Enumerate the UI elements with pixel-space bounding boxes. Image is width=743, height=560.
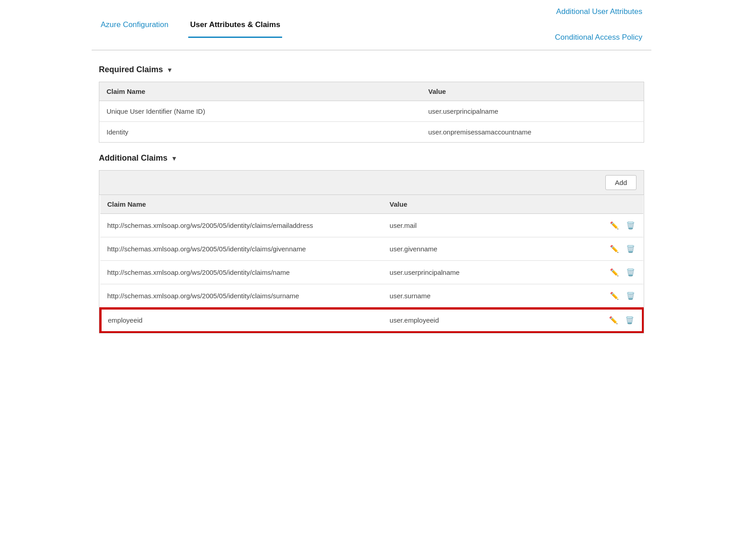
- main-content: Required Claims ▼ Claim Name Value Uniqu…: [92, 51, 651, 342]
- additional-claims-chevron: ▼: [171, 155, 177, 162]
- tab-user-attributes[interactable]: User Attributes & Claims: [188, 13, 282, 38]
- link-additional-user-attributes[interactable]: Additional User Attributes: [554, 0, 644, 25]
- additional-claims-table: Claim Name Value http://schemas.xmlsoap.…: [99, 195, 644, 333]
- table-row: http://schemas.xmlsoap.org/ws/2005/05/id…: [100, 214, 643, 237]
- claim-name: Unique User Identifier (Name ID): [99, 101, 421, 122]
- claim-name: http://schemas.xmlsoap.org/ws/2005/05/id…: [100, 237, 383, 261]
- additional-claims-wrapper: Add Claim Name Value http://schemas.xmls…: [99, 170, 644, 333]
- claim-value: user.givenname: [382, 237, 578, 261]
- claim-name: http://schemas.xmlsoap.org/ws/2005/05/id…: [100, 261, 383, 284]
- additional-claims-label: Additional Claims: [99, 153, 167, 163]
- claim-actions: ✏️ 🗑️: [578, 237, 643, 261]
- edit-button[interactable]: ✏️: [609, 267, 620, 278]
- claim-value: user.mail: [382, 214, 578, 237]
- required-claims-table: Claim Name Value Unique User Identifier …: [99, 82, 644, 143]
- delete-button[interactable]: 🗑️: [625, 267, 636, 278]
- required-col-name: Claim Name: [99, 82, 421, 101]
- edit-button[interactable]: ✏️: [609, 291, 620, 301]
- nav-tabs: Azure Configuration User Attributes & Cl…: [92, 0, 651, 51]
- claim-name: employeeid: [100, 308, 383, 333]
- claim-name: Identity: [99, 122, 421, 143]
- tab-azure-config[interactable]: Azure Configuration: [99, 13, 170, 38]
- claim-actions: ✏️ 🗑️: [578, 261, 643, 284]
- edit-button[interactable]: ✏️: [608, 315, 619, 325]
- claim-value: user.userprincipalname: [382, 261, 578, 284]
- claim-name: http://schemas.xmlsoap.org/ws/2005/05/id…: [100, 284, 383, 308]
- claim-value: user.userprincipalname: [421, 101, 644, 122]
- additional-col-name: Claim Name: [100, 195, 383, 214]
- delete-button[interactable]: 🗑️: [625, 220, 636, 231]
- table-row: http://schemas.xmlsoap.org/ws/2005/05/id…: [100, 237, 643, 261]
- required-col-value: Value: [421, 82, 644, 101]
- additional-claims-header[interactable]: Additional Claims ▼: [99, 153, 644, 163]
- required-claims-header[interactable]: Required Claims ▼: [99, 65, 644, 74]
- claim-actions: ✏️ 🗑️: [578, 308, 643, 333]
- claim-actions: ✏️ 🗑️: [578, 214, 643, 237]
- delete-button[interactable]: 🗑️: [625, 291, 636, 301]
- claim-value: user.employeeid: [382, 308, 578, 333]
- link-conditional-access-policy[interactable]: Conditional Access Policy: [553, 26, 644, 51]
- table-row: employeeid user.employeeid ✏️ 🗑️: [100, 308, 643, 333]
- edit-button[interactable]: ✏️: [609, 220, 620, 231]
- table-row: Unique User Identifier (Name ID) user.us…: [99, 101, 644, 122]
- delete-button[interactable]: 🗑️: [624, 315, 635, 325]
- claim-name: http://schemas.xmlsoap.org/ws/2005/05/id…: [100, 214, 383, 237]
- additional-col-actions: [578, 195, 643, 214]
- page-container: Azure Configuration User Attributes & Cl…: [92, 0, 651, 342]
- delete-button[interactable]: 🗑️: [625, 244, 636, 254]
- required-claims-chevron: ▼: [167, 66, 173, 74]
- required-claims-header-row: Claim Name Value: [99, 82, 644, 101]
- claim-value: user.onpremisessamaccountname: [421, 122, 644, 143]
- nav-right-links: Additional User Attributes Conditional A…: [553, 0, 644, 50]
- table-row: http://schemas.xmlsoap.org/ws/2005/05/id…: [100, 261, 643, 284]
- claim-value: user.surname: [382, 284, 578, 308]
- additional-col-value: Value: [382, 195, 578, 214]
- claim-actions: ✏️ 🗑️: [578, 284, 643, 308]
- table-row: http://schemas.xmlsoap.org/ws/2005/05/id…: [100, 284, 643, 308]
- add-toolbar: Add: [99, 171, 644, 195]
- edit-button[interactable]: ✏️: [609, 244, 620, 254]
- add-button[interactable]: Add: [605, 175, 636, 190]
- table-row: Identity user.onpremisessamaccountname: [99, 122, 644, 143]
- required-claims-label: Required Claims: [99, 65, 163, 74]
- additional-claims-header-row: Claim Name Value: [100, 195, 643, 214]
